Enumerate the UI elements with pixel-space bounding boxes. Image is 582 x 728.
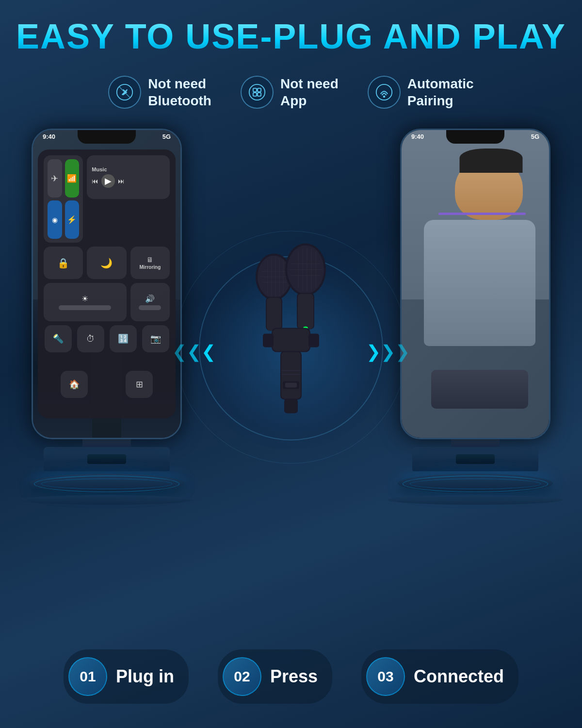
cc-mirroring-label: Mirroring: [139, 265, 161, 270]
svg-rect-34: [298, 294, 313, 330]
cc-mirroring-tile: 🖥 Mirroring: [130, 247, 170, 279]
cc-moon-tile: 🌙: [87, 247, 126, 279]
phone-right-platform-shadow: [388, 495, 563, 505]
phone-right-stand-connector: [451, 438, 500, 447]
svg-rect-44: [285, 400, 297, 413]
step-2-label: Press: [270, 666, 318, 687]
steps-row: 01 Plug in 02 Press 03 Connected: [0, 649, 582, 704]
left-arrow-3: ❮: [201, 343, 216, 361]
cc-music-controls: ⏮ ▶ ⏭: [92, 174, 165, 188]
phone-left-stand: [19, 439, 194, 505]
phone-left-stand-slot: [87, 454, 126, 464]
phone-right-stand-slot: [456, 454, 495, 464]
cc-volume-bar: [139, 305, 161, 310]
phone-left-frame: ✈ 📶 ◉ ⚡ Music ⏮ ▶ ⏭: [32, 129, 182, 439]
step-1-label: Plug in: [116, 666, 174, 687]
auto-pairing-icon-circle: [368, 76, 401, 109]
microphone-svg: [233, 231, 349, 464]
svg-rect-38: [273, 329, 309, 351]
feature-no-bluetooth: Not need Bluetooth: [108, 75, 211, 109]
cc-home-tile: 🏠: [61, 371, 88, 398]
cc-connectivity-grid: ✈ 📶 ◉ ⚡: [44, 155, 83, 243]
cc-volume-icon: 🔊: [145, 294, 155, 303]
svg-rect-6: [258, 88, 261, 92]
microphone-center: [233, 231, 349, 464]
phone-left-stand-connector: [82, 438, 131, 447]
cc-qr-tile: ⊞: [126, 371, 153, 398]
person-shirt: [424, 220, 535, 346]
right-arrow-3: ❯: [395, 343, 410, 361]
svg-point-4: [249, 84, 265, 100]
arrows-right: ❯ ❯ ❯: [366, 343, 410, 361]
cc-timer-tile: ⏱: [77, 325, 104, 352]
phone-right-status-bar: 9:40 5G: [402, 133, 549, 140]
feature-no-bluetooth-text: Not need Bluetooth: [148, 75, 211, 109]
cc-next-icon: ⏭: [118, 177, 125, 185]
phone-left-platform: [29, 474, 184, 493]
phone-right-platform: [398, 474, 553, 493]
no-app-icon: [248, 83, 266, 101]
main-section: ✈ 📶 ◉ ⚡ Music ⏮ ▶ ⏭: [0, 114, 582, 590]
svg-line-3: [120, 87, 130, 98]
phone-right-frame: 9:40 5G: [400, 129, 550, 439]
cc-mirroring-icon: 🖥: [146, 256, 153, 264]
no-bluetooth-icon-circle: [108, 76, 141, 109]
skateboard-area: [431, 370, 528, 409]
step-2-number: 02: [223, 657, 261, 696]
phone-right-signal: 5G: [531, 133, 539, 140]
right-arrow-2: ❯: [381, 343, 395, 361]
step-3-label: Connected: [414, 666, 504, 687]
cc-bluetooth: ⚡: [65, 200, 80, 239]
svg-rect-7: [253, 93, 257, 96]
phone-left-stand-base: [44, 447, 170, 471]
cc-play-icon: ▶: [101, 174, 115, 188]
cc-bottom-row2: 🏠 ⊞: [44, 371, 170, 413]
cc-brightness-tile: ☀: [44, 283, 127, 321]
headphone-cord: [438, 213, 526, 215]
cc-brightness-bar: [59, 305, 111, 310]
person-photo-bg: [402, 130, 549, 438]
header: EASY TO USE-PLUG AND PLAY: [0, 0, 582, 61]
svg-rect-42: [281, 352, 301, 399]
left-arrow-1: ❮: [172, 343, 187, 361]
phone-left-wrap: ✈ 📶 ◉ ⚡ Music ⏮ ▶ ⏭: [19, 129, 194, 505]
step-1-number: 01: [68, 657, 107, 696]
phone-left-screen: ✈ 📶 ◉ ⚡ Music ⏮ ▶ ⏭: [33, 130, 180, 438]
cc-cellular: ◉: [48, 200, 62, 239]
phone-left-signal: 5G: [162, 133, 171, 140]
cc-flashlight-tile: 🔦: [45, 325, 72, 352]
cc-volume-tile: 🔊: [130, 283, 170, 321]
left-arrow-2: ❮: [187, 343, 201, 361]
no-bluetooth-icon: [116, 83, 133, 101]
step-1-item: 01 Plug in: [64, 649, 189, 704]
cc-prev-icon: ⏮: [92, 177, 98, 185]
phone-left-platform-shadow: [19, 495, 194, 505]
cc-bottom-row: 🔦 ⏱ 🔢 📷: [44, 325, 170, 367]
features-row: Not need Bluetooth Not need App: [0, 75, 582, 109]
no-app-icon-circle: [241, 76, 274, 109]
svg-rect-46: [285, 383, 297, 388]
svg-rect-5: [253, 88, 257, 92]
phone-left-time: 9:40: [43, 133, 55, 140]
cc-brightness-icon: ☀: [81, 294, 88, 303]
control-center: ✈ 📶 ◉ ⚡ Music ⏮ ▶ ⏭: [38, 149, 176, 418]
cc-camera-tile: 📷: [142, 325, 169, 352]
svg-rect-32: [267, 298, 281, 331]
person-hat: [460, 149, 523, 173]
svg-rect-8: [258, 93, 261, 96]
feature-auto-pairing-text: Automatic Pairing: [407, 75, 474, 109]
feature-auto-pairing: Automatic Pairing: [368, 75, 474, 109]
step-3-number: 03: [366, 657, 405, 696]
phone-right-screen: [402, 130, 549, 438]
step-2-item: 02 Press: [218, 649, 332, 704]
svg-point-10: [383, 96, 386, 98]
phone-right-wrap: 9:40 5G: [388, 129, 563, 505]
svg-rect-39: [263, 334, 274, 347]
feature-no-app: Not need App: [241, 75, 339, 109]
svg-point-9: [376, 84, 392, 100]
auto-pairing-icon: [375, 83, 393, 101]
page-title: EASY TO USE-PLUG AND PLAY: [0, 17, 582, 56]
phone-left-status-bar: 9:40 5G: [33, 133, 180, 140]
cc-music-label: Music: [92, 166, 165, 172]
cc-airplane: ✈: [48, 159, 62, 198]
